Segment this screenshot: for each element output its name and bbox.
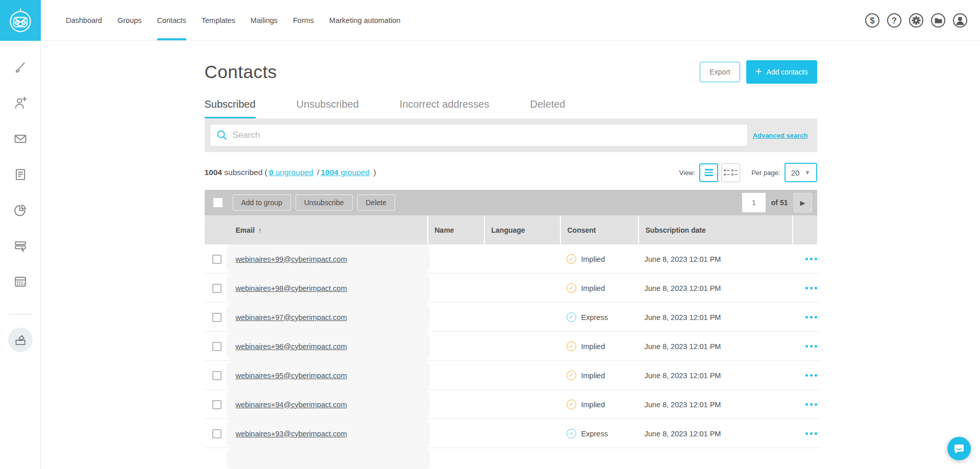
grid-view-icon — [724, 169, 738, 176]
nav-item[interactable]: Marketing automation — [322, 0, 408, 40]
nav-item[interactable]: Dashboard — [58, 0, 110, 40]
column-header-email[interactable]: Email ↑ — [229, 215, 427, 244]
unsubscribe-button[interactable]: Unsubscribe — [296, 194, 353, 211]
column-header-subscription-date[interactable]: Subscription date — [638, 215, 792, 244]
consent-label: Express — [581, 313, 608, 322]
contact-email-link[interactable]: webinaires+94@cyberimpact.com — [236, 401, 347, 409]
chat-widget-button[interactable] — [947, 437, 971, 460]
add-contact-icon[interactable] — [13, 95, 28, 111]
app-logo[interactable] — [0, 0, 41, 41]
next-page-button[interactable]: ▶ — [794, 193, 812, 212]
email-cell: webinaires+96@cyberimpact.com — [229, 332, 427, 361]
email-cell: webinaires+94@cyberimpact.com — [229, 390, 427, 419]
row-menu-button[interactable] — [802, 429, 820, 438]
nav-item[interactable]: Contacts — [150, 0, 194, 40]
row-checkbox[interactable] — [212, 284, 222, 293]
page-header: Contacts Export + Add contacts — [205, 59, 817, 85]
account-icon[interactable] — [952, 13, 968, 28]
table-row: webinaires+94@cyberimpact.com ✓ Implied … — [205, 390, 817, 419]
tab[interactable]: Deleted — [530, 98, 566, 118]
subscriber-count-text: 1004 subscribed (0 ungrouped /1004 group… — [205, 168, 376, 177]
row-menu-button[interactable] — [802, 371, 820, 380]
row-menu-button[interactable] — [802, 255, 820, 263]
column-header-consent[interactable]: Consent — [560, 215, 638, 244]
grid-view-button[interactable] — [721, 163, 740, 182]
delete-button[interactable]: Delete — [357, 194, 395, 211]
row-actions-cell — [792, 419, 820, 448]
add-to-group-button[interactable]: Add to group — [233, 194, 291, 211]
list-view-button[interactable] — [699, 163, 718, 182]
contact-email-link[interactable]: webinaires+98@cyberimpact.com — [236, 284, 347, 292]
consent-check-icon: ✓ — [567, 341, 576, 351]
row-checkbox[interactable] — [212, 255, 222, 264]
contacts-table: Email ↑ Name Language Consent Subscripti… — [205, 215, 817, 469]
language-cell — [484, 244, 560, 274]
row-checkbox[interactable] — [212, 342, 222, 351]
table-body: webinaires+99@cyberimpact.com ✓ Implied … — [205, 244, 817, 448]
consent-check-icon: ✓ — [567, 283, 576, 293]
mailing-envelope-icon[interactable] — [13, 131, 28, 146]
calendar-icon[interactable] — [13, 274, 28, 289]
design-brush-icon[interactable] — [13, 60, 28, 75]
nav-item[interactable]: Forms — [285, 0, 322, 40]
consent-cell: ✓ Implied — [560, 244, 638, 274]
search-input[interactable] — [210, 124, 748, 146]
email-column-filler — [229, 448, 427, 469]
name-cell — [427, 361, 484, 390]
consent-label: Implied — [581, 284, 605, 292]
column-header-name[interactable]: Name — [427, 215, 484, 244]
contact-email-link[interactable]: webinaires+95@cyberimpact.com — [236, 372, 347, 380]
row-checkbox[interactable] — [212, 400, 222, 409]
row-menu-button[interactable] — [802, 284, 820, 292]
help-icon[interactable]: ? — [887, 13, 902, 28]
contact-email-link[interactable]: webinaires+96@cyberimpact.com — [236, 342, 347, 351]
consent-label: Express — [581, 430, 608, 438]
row-menu-button[interactable] — [802, 400, 820, 409]
main-nav: Dashboard Groups Contacts Templates Mail… — [58, 0, 408, 40]
row-checkbox[interactable] — [212, 429, 222, 438]
list-view-icon — [705, 169, 713, 176]
nav-item[interactable]: Templates — [194, 0, 243, 40]
row-checkbox[interactable] — [212, 371, 222, 380]
contact-email-link[interactable]: webinaires+93@cyberimpact.com — [236, 430, 347, 438]
add-contacts-button[interactable]: + Add contacts — [746, 60, 817, 84]
list-summary-row: 1004 subscribed (0 ungrouped /1004 group… — [205, 161, 817, 184]
row-menu-button[interactable] — [802, 313, 820, 322]
files-folder-icon[interactable] — [930, 13, 946, 28]
nav-item[interactable]: Mailings — [243, 0, 285, 40]
settings-gear-icon[interactable] — [909, 13, 924, 28]
consent-label: Implied — [581, 342, 605, 351]
language-cell — [484, 419, 560, 448]
add-contacts-label: Add contacts — [767, 68, 808, 76]
contact-status-tabs: Subscribed Unsubscribed Incorrect addres… — [205, 98, 817, 118]
row-checkbox-cell — [205, 274, 229, 303]
contact-email-link[interactable]: webinaires+99@cyberimpact.com — [236, 255, 347, 263]
contact-email-link[interactable]: webinaires+97@cyberimpact.com — [236, 313, 347, 322]
suggestion-button[interactable] — [8, 328, 33, 352]
advanced-search-link[interactable]: Advanced search — [753, 132, 808, 139]
consent-cell: ✓ Implied — [560, 361, 638, 390]
billing-dollar-icon[interactable]: $ — [865, 13, 880, 28]
row-checkbox[interactable] — [212, 313, 222, 322]
consent-cell: ✓ Implied — [560, 390, 638, 419]
nav-item[interactable]: Groups — [110, 0, 150, 40]
language-cell — [484, 274, 560, 303]
tab[interactable]: Unsubscribed — [297, 98, 359, 118]
column-header-language[interactable]: Language — [484, 215, 560, 244]
name-cell — [427, 303, 484, 332]
row-menu-button[interactable] — [802, 342, 820, 351]
view-controls: View: Per page: 20 ▼ — [679, 163, 817, 182]
statistics-pie-icon[interactable] — [13, 203, 28, 218]
tab[interactable]: Incorrect addresses — [400, 98, 489, 118]
per-page-select[interactable]: 20 ▼ — [785, 163, 817, 182]
page-number-input[interactable] — [742, 193, 766, 212]
grouped-link[interactable]: 1004 grouped — [321, 168, 370, 177]
row-checkbox-cell — [205, 419, 229, 448]
form-document-icon[interactable] — [13, 167, 28, 182]
ungrouped-link[interactable]: 0 ungrouped — [269, 168, 313, 177]
export-button[interactable]: Export — [700, 62, 740, 82]
email-cell: webinaires+99@cyberimpact.com — [229, 244, 427, 274]
tab[interactable]: Subscribed — [205, 98, 256, 118]
select-all-checkbox[interactable] — [213, 198, 223, 207]
landing-page-click-icon[interactable] — [13, 238, 28, 254]
